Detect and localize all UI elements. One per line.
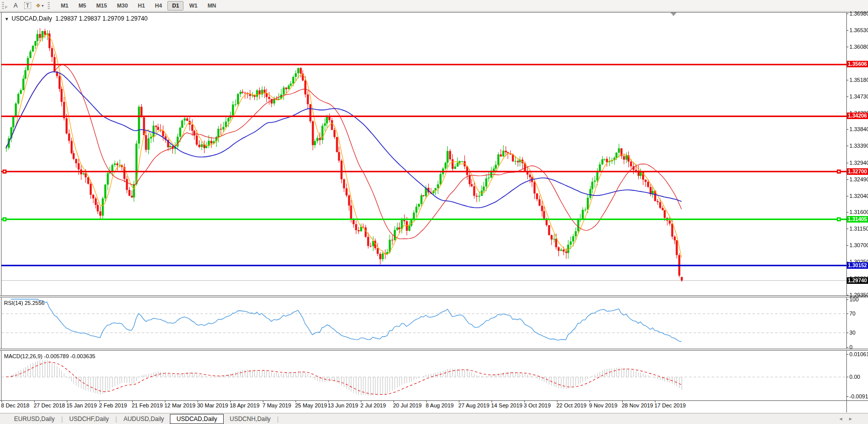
rsi-tick-0: 0 — [849, 344, 852, 350]
rsi-pane-splitter[interactable] — [0, 295, 868, 297]
date-tick-3 — [100, 400, 100, 402]
symbol-period-label: USDCAD,Daily — [12, 15, 52, 22]
date-label-14: 27 Aug 2019 — [458, 402, 490, 408]
date-label-3: 2 Feb 2019 — [99, 402, 127, 408]
price-tick-1.32940: 1.32940 — [849, 160, 868, 166]
date-label-12: 20 Jul 2019 — [393, 402, 422, 408]
date-tick-20 — [655, 400, 655, 402]
date-label-16: 3 Oct 2019 — [524, 402, 551, 408]
toolbar-grip[interactable] — [2, 2, 4, 9]
date-tick-13 — [426, 400, 427, 402]
timeframe-button-M1[interactable]: M1 — [56, 1, 73, 11]
trading-platform-window: F A T ❖ ▾ M1M5M15M30H1H4D1W1MN ▼USDCAD,D… — [0, 0, 868, 424]
dropdown-caret-icon: ▾ — [42, 4, 44, 8]
tab-AUDUSD[interactable]: AUDUSD,Daily — [118, 414, 170, 424]
chart-title: ▼USDCAD,Daily 1.29837 1.29837 1.29709 1.… — [5, 15, 148, 22]
date-tick-2 — [67, 400, 67, 402]
date-label-20: 17 Dec 2019 — [654, 402, 686, 408]
date-label-4: 21 Feb 2019 — [132, 402, 163, 408]
macd-tick--0.009181: -0.009181 — [849, 393, 868, 399]
tab-USDCNH[interactable]: USDCNH,Daily — [224, 414, 276, 424]
tab-USDCHF[interactable]: USDCHF,Daily — [63, 414, 115, 424]
date-tick-12 — [394, 400, 394, 402]
price-tick-1.31600: 1.31600 — [849, 209, 868, 215]
price-tick-1.36530: 1.36530 — [849, 27, 868, 33]
date-label-7: 18 Apr 2019 — [230, 402, 259, 408]
timeframe-button-W1[interactable]: W1 — [184, 1, 202, 11]
price-tick-1.31150: 1.31150 — [849, 226, 868, 232]
price-tag-1.29740: 1.29740 — [847, 277, 868, 284]
tabs-scroll-right-icon[interactable]: ▸ — [849, 415, 859, 421]
macd-pane-bottom-border — [0, 400, 868, 401]
price-tag-1.32700: 1.32700 — [847, 168, 868, 175]
price-tick-1.36080: 1.36080 — [849, 44, 868, 50]
collapse-triangle-icon[interactable]: ▼ — [5, 17, 9, 22]
arrows-tool-icon: ❖ — [36, 3, 41, 9]
timeframe-button-H1[interactable]: H1 — [133, 1, 149, 11]
date-label-5: 12 Mar 2019 — [164, 402, 196, 408]
date-label-17: 22 Oct 2019 — [556, 402, 587, 408]
date-tick-19 — [622, 400, 623, 402]
price-tag-1.31405: 1.31405 — [847, 216, 868, 223]
macd-label: MACD(12,26,9) -0.005789 -0.003635 — [4, 353, 95, 359]
rsi-tick-100: 100 — [849, 296, 858, 302]
chart-tabs: EURUSD,Daily|USDCHF,Daily|AUDUSD,DailyUS… — [8, 414, 279, 424]
tab-separator: | — [276, 415, 279, 422]
price-tick-1.33840: 1.33840 — [849, 126, 868, 132]
date-tick-10 — [328, 400, 329, 402]
date-tick-5 — [165, 400, 165, 402]
toolbar-grip-2[interactable] — [48, 2, 50, 9]
text-tool-button[interactable]: A — [11, 1, 21, 11]
date-tick-7 — [230, 400, 231, 402]
rsi-label: RSI(14) 25.2556 — [4, 300, 45, 306]
date-label-0: 8 Dec 2018 — [1, 402, 29, 408]
macd-indicator-canvas[interactable] — [2, 351, 846, 400]
date-label-2: 15 Jan 2019 — [66, 402, 97, 408]
date-tick-9 — [296, 400, 296, 402]
rsi-indicator-canvas[interactable] — [2, 297, 846, 349]
timeframe-button-D1[interactable]: D1 — [167, 1, 183, 11]
timeframe-button-group: M1M5M15M30H1H4D1W1MN — [56, 1, 221, 11]
timeframe-button-M15[interactable]: M15 — [91, 1, 111, 11]
macd-tick-0.00: 0.00 — [849, 374, 860, 380]
price-tag-1.30152: 1.30152 — [847, 262, 868, 269]
date-label-6: 30 Mar 2019 — [197, 402, 228, 408]
price-tick-1.34730: 1.34730 — [849, 93, 868, 99]
rsi-tick-70: 70 — [849, 310, 855, 316]
macd-pane-splitter[interactable] — [0, 349, 868, 351]
timeframe-button-M5[interactable]: M5 — [74, 1, 90, 11]
ohlc-values: 1.29837 1.29837 1.29709 1.29740 — [55, 15, 148, 22]
timeframe-button-M30[interactable]: M30 — [113, 1, 132, 11]
label-tool-icon: T — [24, 2, 32, 9]
date-label-1: 27 Dec 2018 — [34, 402, 65, 408]
date-tick-16 — [524, 400, 525, 402]
date-tick-8 — [263, 400, 263, 402]
date-tick-18 — [590, 400, 590, 402]
f-icon: F — [5, 5, 8, 10]
chart-shift-marker-icon[interactable] — [670, 13, 677, 16]
text-tool-icon: A — [14, 2, 18, 9]
date-tick-15 — [492, 400, 492, 402]
date-tick-4 — [132, 400, 133, 402]
arrows-tool-button[interactable]: ❖ ▾ — [35, 1, 45, 11]
tabs-scroll-left-icon[interactable]: ◂ — [839, 415, 849, 421]
label-tool-button[interactable]: T — [23, 1, 33, 11]
date-tick-0 — [2, 400, 2, 402]
date-tick-11 — [361, 400, 361, 402]
price-tag-1.34206: 1.34206 — [847, 113, 868, 119]
date-tick-17 — [557, 400, 557, 402]
date-label-11: 2 Jul 2019 — [360, 402, 386, 408]
tab-USDCAD[interactable]: USDCAD,Daily — [170, 414, 224, 424]
price-chart-canvas[interactable] — [2, 13, 846, 295]
price-tick-1.30700: 1.30700 — [849, 242, 868, 248]
price-tick-1.33390: 1.33390 — [849, 143, 868, 149]
price-tick-1.32490: 1.32490 — [849, 176, 868, 182]
date-tick-6 — [198, 400, 198, 402]
date-label-19: 28 Nov 2019 — [622, 402, 653, 408]
tab-EURUSD[interactable]: EURUSD,Daily — [8, 414, 61, 424]
rsi-tick-30: 30 — [849, 330, 855, 336]
date-label-8: 7 May 2019 — [262, 402, 291, 408]
timeframe-button-H4[interactable]: H4 — [150, 1, 166, 11]
timeframe-button-MN[interactable]: MN — [203, 1, 221, 11]
top-toolbar: F A T ❖ ▾ M1M5M15M30H1H4D1W1MN — [0, 0, 868, 12]
